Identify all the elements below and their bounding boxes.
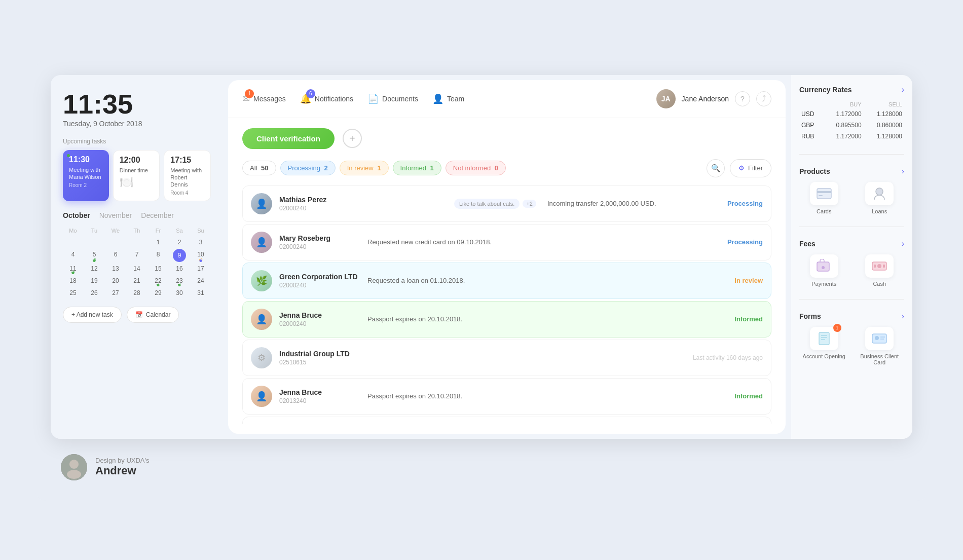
task-card-active[interactable]: 11:30 Meeting with Maria Wilson Room 2 <box>63 150 109 202</box>
filter-tab-processing[interactable]: Processing 2 <box>280 161 336 175</box>
client-info: Industrial Group LTD 02510615 <box>279 350 360 366</box>
currency-chevron[interactable]: › <box>902 85 904 94</box>
client-id: 02000240 <box>279 282 360 289</box>
client-id: 02013240 <box>279 397 360 404</box>
task-time-2: 12:00 <box>120 156 154 165</box>
main-content: ✉ 1 Messages 🔔 6 Notifications <box>228 80 786 434</box>
task-title-2: Dinner time <box>120 167 154 174</box>
client-avatar: 🌿 <box>251 270 272 291</box>
task-cards: 11:30 Meeting with Maria Wilson Room 2 1… <box>63 150 211 202</box>
biz-client-card-label: Business Client Card <box>855 353 905 365</box>
client-row[interactable]: 👤 Mathias Perez 02000240 Like to talk ab… <box>242 185 771 222</box>
filter-button[interactable]: ⚙ Filter <box>730 159 771 177</box>
svg-rect-2 <box>819 195 823 196</box>
client-message: Requested new credit card on 09.10.2018. <box>367 238 720 246</box>
user-avatar: JA <box>656 89 676 108</box>
account-badge: 1 <box>833 324 841 332</box>
month-december[interactable]: December <box>141 211 174 219</box>
month-october[interactable]: October <box>63 211 90 219</box>
svg-point-19 <box>69 460 79 469</box>
task-title-1: Meeting with Maria Wilson <box>69 166 103 181</box>
fees-section: Fees › Payments <box>799 239 904 287</box>
documents-label: Documents <box>382 95 418 103</box>
forms-chevron[interactable]: › <box>902 312 904 321</box>
nav-item-team[interactable]: 👤 Team <box>432 93 464 104</box>
filter-tab-inreview[interactable]: In review 1 <box>340 161 389 175</box>
client-row[interactable]: 👤 Jenna Bruce 02000240 Passport expires … <box>242 301 771 338</box>
filter-tab-all[interactable]: All 50 <box>242 161 276 175</box>
client-info: Green Corporation LTD 02000240 <box>279 273 360 289</box>
currency-table: BUY SELL USD 1.172000 1.128000 GBP 0.895… <box>799 100 904 142</box>
add-circle-button[interactable]: + <box>343 129 362 148</box>
products-section: Products › Cards <box>799 167 904 214</box>
footer: Design by UXDA's Andrew <box>51 449 912 486</box>
calendar-icon: 📅 <box>135 311 143 318</box>
notifications-badge: 6 <box>306 89 315 98</box>
client-row[interactable]: 👤 Michael Hayden 02031540 Requested a lo… <box>242 417 771 424</box>
help-button[interactable]: ? <box>735 91 750 106</box>
client-info: Mathias Perez 02000240 <box>279 196 360 212</box>
cash-label: Cash <box>873 281 886 287</box>
month-november[interactable]: November <box>99 211 132 219</box>
client-row[interactable]: 🌿 Green Corporation LTD 02000240 Request… <box>242 263 771 299</box>
biz-client-card-icon-box <box>865 327 894 350</box>
fees-chevron[interactable]: › <box>902 239 904 248</box>
svg-point-5 <box>822 266 825 269</box>
client-verification-button[interactable]: Client verification <box>242 128 335 149</box>
calendar-grid: Mo Tu We Th Fr Sa Su 1 2 3 <box>63 226 211 298</box>
logout-button[interactable]: ⤴ <box>756 91 771 106</box>
payments-icon-box <box>810 254 838 278</box>
currency-title: Currency Rates <box>799 86 852 94</box>
calendar-button[interactable]: 📅 Calendar <box>127 307 179 323</box>
client-message: Incoming transfer 2,000,000.00 USD. <box>547 200 720 207</box>
nav-item-documents[interactable]: 📄 Documents <box>367 93 418 104</box>
client-row[interactable]: ⚙ Industrial Group LTD 02510615 Last act… <box>242 340 771 376</box>
client-info: Mary Roseberg 02000240 <box>279 234 360 250</box>
client-list: 👤 Mathias Perez 02000240 Like to talk ab… <box>242 185 771 424</box>
search-button[interactable]: 🔍 <box>707 159 725 177</box>
task-card-dinner[interactable]: 12:00 Dinner time 🍽️ <box>113 150 160 202</box>
messages-label: Messages <box>253 95 286 103</box>
client-message: Passport expires on 20.10.2018. <box>367 315 727 323</box>
client-avatar: 👤 <box>251 232 272 253</box>
client-row[interactable]: 👤 Jenna Bruce 02013240 Passport expires … <box>242 378 771 415</box>
user-name: Jane Anderson <box>682 95 729 103</box>
product-loans[interactable]: Loans <box>855 182 905 214</box>
last-activity: Last activity 160 days ago <box>693 354 763 361</box>
left-sidebar: 11:35 Tuesday, 9 October 2018 Upcoming t… <box>51 75 223 439</box>
current-date: Tuesday, 9 October 2018 <box>63 120 211 128</box>
svg-rect-10 <box>819 332 829 345</box>
client-status: Informed <box>734 392 763 400</box>
currency-row-rub: RUB 1.172000 1.128000 <box>799 131 904 142</box>
product-payments[interactable]: Payments <box>799 254 849 287</box>
buy-header: BUY <box>823 100 863 108</box>
dinner-icon: 🍽️ <box>120 176 154 189</box>
add-task-button[interactable]: + Add new task <box>63 307 122 323</box>
task-card-meeting2[interactable]: 17:15 Meeting with Robert Dennis Room 4 <box>164 150 211 202</box>
team-icon: 👤 <box>432 93 443 104</box>
today-cell[interactable]: 9 <box>173 249 186 262</box>
client-name: Green Corporation LTD <box>279 273 360 281</box>
products-chevron[interactable]: › <box>902 167 904 176</box>
product-biz-client-card[interactable]: Business Client Card <box>855 327 905 365</box>
client-status: Processing <box>727 238 763 246</box>
filter-tab-notinformed[interactable]: Not informed 0 <box>446 161 506 175</box>
product-account-opening[interactable]: 1 Account Opening <box>799 327 849 365</box>
active-indicator <box>67 154 70 157</box>
svg-point-20 <box>67 470 81 479</box>
designer-avatar <box>61 454 87 480</box>
nav-item-messages[interactable]: ✉ 1 Messages <box>242 93 286 104</box>
task-room-1: Room 2 <box>69 182 103 188</box>
svg-point-7 <box>877 264 881 268</box>
client-avatar: 👤 <box>251 193 272 214</box>
filter-tab-informed[interactable]: Informed 1 <box>393 161 441 175</box>
filter-tabs: All 50 Processing 2 In review 1 Informed… <box>242 159 771 177</box>
svg-point-15 <box>875 336 879 340</box>
current-time: 11:35 <box>63 90 211 118</box>
product-cards[interactable]: Cards <box>799 182 849 214</box>
payments-label: Payments <box>811 281 836 287</box>
svg-point-3 <box>876 188 883 195</box>
nav-item-notifications[interactable]: 🔔 6 Notifications <box>300 93 353 104</box>
product-cash[interactable]: Cash <box>855 254 905 287</box>
client-row[interactable]: 👤 Mary Roseberg 02000240 Requested new c… <box>242 224 771 260</box>
